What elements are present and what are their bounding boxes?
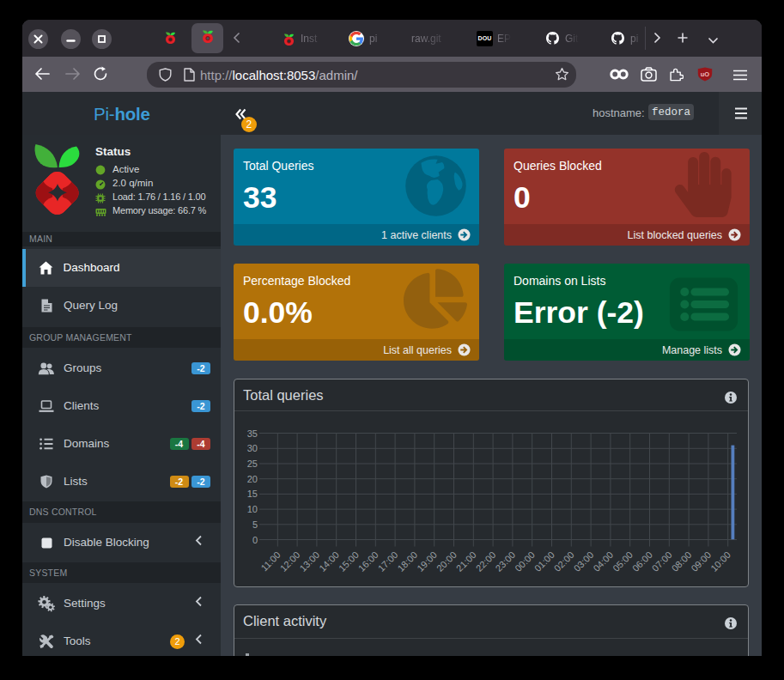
svg-text:07:00: 07:00: [650, 549, 674, 574]
svg-text:18:00: 18:00: [395, 549, 419, 574]
svg-text:14:00: 14:00: [317, 549, 341, 574]
svg-text:20: 20: [247, 474, 258, 484]
svg-text:10:00: 10:00: [708, 549, 732, 574]
svg-text:00:00: 00:00: [513, 549, 537, 574]
svg-text:13:00: 13:00: [297, 549, 321, 574]
svg-text:03:00: 03:00: [572, 549, 596, 574]
svg-text:22:00: 22:00: [474, 549, 498, 574]
svg-text:20:00: 20:00: [435, 549, 459, 574]
svg-text:16:00: 16:00: [356, 549, 380, 574]
svg-text:uO: uO: [701, 70, 710, 78]
svg-text:04:00: 04:00: [591, 549, 615, 574]
svg-text:23:00: 23:00: [493, 549, 517, 574]
svg-text:12:00: 12:00: [278, 549, 302, 574]
svg-text:5: 5: [252, 519, 258, 530]
svg-text:15:00: 15:00: [337, 549, 361, 574]
svg-text:01:00: 01:00: [532, 549, 556, 574]
svg-text:08:00: 08:00: [670, 549, 694, 574]
svg-text:05:00: 05:00: [611, 549, 635, 574]
svg-text:06:00: 06:00: [630, 549, 654, 574]
svg-text:11:00: 11:00: [258, 549, 282, 573]
svg-text:10: 10: [247, 504, 258, 514]
svg-text:21:00: 21:00: [454, 549, 478, 574]
svg-text:02:00: 02:00: [552, 549, 576, 574]
svg-text:19:00: 19:00: [415, 549, 439, 574]
svg-text:09:00: 09:00: [689, 549, 713, 574]
svg-text:15: 15: [247, 489, 258, 499]
svg-text:30: 30: [247, 443, 258, 453]
svg-text:25: 25: [247, 458, 258, 469]
svg-text:35: 35: [247, 428, 258, 439]
svg-text:0: 0: [252, 535, 258, 545]
svg-text:17:00: 17:00: [376, 549, 400, 574]
